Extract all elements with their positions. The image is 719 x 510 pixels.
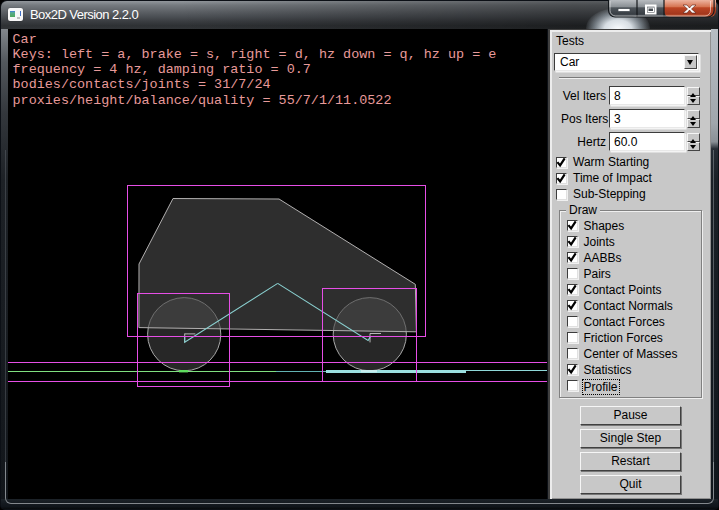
svg-text:frequency = 4 hz, damping rati: frequency = 4 hz, damping ratio = 0.7 [13, 62, 311, 77]
svg-text:Keys: left = a, brake = s, rig: Keys: left = a, brake = s, right = d, hz… [13, 47, 497, 62]
svg-text:bodies/contacts/joints = 31/7/: bodies/contacts/joints = 31/7/24 [13, 77, 271, 92]
svg-text:proxies/height/balance/quality: proxies/height/balance/quality = 55/7/1/… [13, 93, 392, 108]
svg-text:Car: Car [13, 32, 37, 47]
